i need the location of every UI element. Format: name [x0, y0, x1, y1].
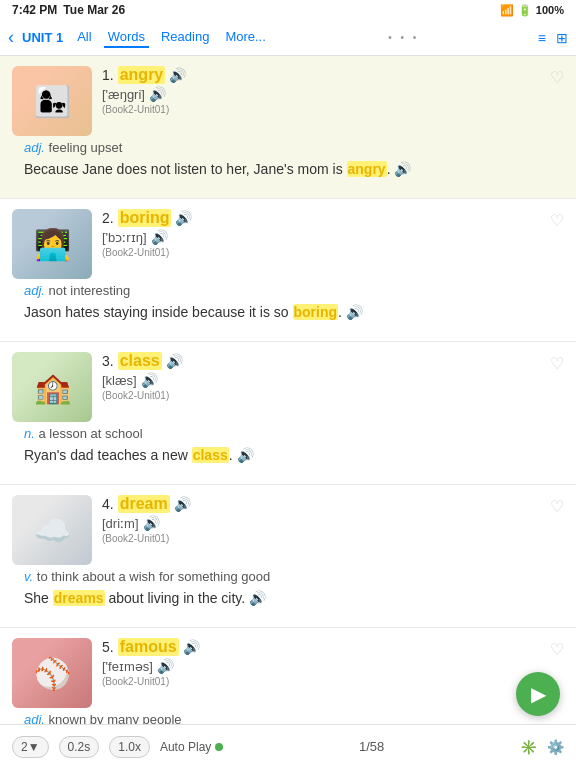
page-info: 1/58 [233, 739, 510, 754]
pos-boring: adj. [24, 283, 45, 298]
battery-pct: 100% [536, 4, 564, 16]
word-card-dream: ♡ ☁️ 4. dream 🔊 [driːm] 🔊 (Book2-Unit01)… [0, 485, 576, 628]
image-icon[interactable]: ⊞ [556, 30, 568, 46]
word-info-angry: 1. angry 🔊 ['æŋgri] 🔊 (Book2-Unit01) [102, 66, 564, 136]
word-card-boring: ♡ 👩‍💻 2. boring 🔊 ['bɔːrɪŋ] 🔊 (Book2-Uni… [0, 199, 576, 342]
speaker-example-class[interactable]: 🔊 [237, 447, 254, 463]
example-dream: She dreams about living in the city. 🔊 [12, 586, 564, 617]
word-image-dream: ☁️ [12, 495, 92, 565]
play-fab-icon: ▶ [531, 682, 546, 706]
word-image-angry: 👩‍👧 [12, 66, 92, 136]
speaker-phonetic-boring[interactable]: 🔊 [151, 229, 168, 245]
def-text-boring: not interesting [49, 283, 131, 298]
unit-label[interactable]: UNIT 1 [22, 30, 63, 45]
word-image-boring: 👩‍💻 [12, 209, 92, 279]
word-info-boring: 2. boring 🔊 ['bɔːrɪŋ] 🔊 (Book2-Unit01) [102, 209, 564, 279]
book-tag-class: (Book2-Unit01) [102, 390, 564, 401]
bottom-icons: ✳️ ⚙️ [520, 739, 564, 755]
word-name-angry: angry [118, 66, 166, 84]
speaker-example-dream[interactable]: 🔊 [249, 590, 266, 606]
definition-class: n. a lesson at school [12, 422, 564, 443]
nav-icons: ≡ ⊞ [538, 30, 568, 46]
def-text-class: a lesson at school [38, 426, 142, 441]
settings-sun-icon[interactable]: ✳️ [520, 739, 537, 755]
book-tag-angry: (Book2-Unit01) [102, 104, 564, 115]
phonetic-angry: ['æŋgri] [102, 87, 145, 102]
autoplay-label: Auto Play [160, 740, 211, 754]
example-class: Ryan's dad teaches a new class. 🔊 [12, 443, 564, 474]
example-boring: Jason hates staying inside because it is… [12, 300, 564, 331]
back-button[interactable]: ‹ [8, 27, 14, 48]
speaker-angry[interactable]: 🔊 [169, 67, 186, 83]
book-tag-dream: (Book2-Unit01) [102, 533, 564, 544]
list-icon[interactable]: ≡ [538, 30, 546, 46]
speaker-example-boring[interactable]: 🔊 [346, 304, 363, 320]
word-name-dream: dream [118, 495, 170, 513]
speaker-phonetic-angry[interactable]: 🔊 [149, 86, 166, 102]
definition-angry: adj. feeling upset [12, 136, 564, 157]
tab-more[interactable]: More... [221, 27, 269, 48]
status-time: 7:42 PM [12, 3, 57, 17]
speaker-example-angry[interactable]: 🔊 [394, 161, 411, 177]
phonetic-class: [klæs] [102, 373, 137, 388]
phonetic-famous: ['feɪməs] [102, 659, 153, 674]
boring-image-placeholder: 👩‍💻 [34, 227, 71, 262]
word-name-boring: boring [118, 209, 172, 227]
favorite-icon-famous[interactable]: ♡ [550, 640, 564, 659]
speed-label-1: 2▼ [21, 740, 40, 754]
gear-icon[interactable]: ⚙️ [547, 739, 564, 755]
phonetic-dream: [driːm] [102, 516, 139, 531]
def-text-dream: to think about a wish for something good [37, 569, 270, 584]
speaker-boring[interactable]: 🔊 [175, 210, 192, 226]
tab-reading[interactable]: Reading [157, 27, 213, 48]
autoplay-status-dot [215, 743, 223, 751]
favorite-icon-angry[interactable]: ♡ [550, 68, 564, 87]
speaker-class[interactable]: 🔊 [166, 353, 183, 369]
speed-label-2: 0.2s [68, 740, 91, 754]
highlight-dreams: dreams [53, 590, 105, 606]
word-info-famous: 5. famous 🔊 ['feɪməs] 🔊 (Book2-Unit01) [102, 638, 564, 708]
word-name-class: class [118, 352, 162, 370]
example-angry: Because Jane does not listen to her, Jan… [12, 157, 564, 188]
definition-dream: v. to think about a wish for something g… [12, 565, 564, 586]
pos-angry: adj. [24, 140, 45, 155]
definition-boring: adj. not interesting [12, 279, 564, 300]
phonetic-boring: ['bɔːrɪŋ] [102, 230, 147, 245]
speed-btn-1[interactable]: 2▼ [12, 736, 49, 758]
speaker-phonetic-dream[interactable]: 🔊 [143, 515, 160, 531]
status-bar: 7:42 PM Tue Mar 26 📶 🔋 100% [0, 0, 576, 20]
tab-words[interactable]: Words [104, 27, 149, 48]
speaker-phonetic-class[interactable]: 🔊 [141, 372, 158, 388]
highlight-class: class [192, 447, 229, 463]
word-card-angry: ♡ 👩‍👧 1. angry 🔊 ['æŋgri] 🔊 (Book2-Unit0… [0, 56, 576, 199]
speed-label-3: 1.0x [118, 740, 141, 754]
word-list: ♡ 👩‍👧 1. angry 🔊 ['æŋgri] 🔊 (Book2-Unit0… [0, 56, 576, 768]
speaker-phonetic-famous[interactable]: 🔊 [157, 658, 174, 674]
favorite-icon-dream[interactable]: ♡ [550, 497, 564, 516]
famous-image-placeholder: ⚾ [34, 656, 71, 691]
nav-bar: ‹ UNIT 1 All Words Reading More... • • •… [0, 20, 576, 56]
book-tag-famous: (Book2-Unit01) [102, 676, 564, 687]
tab-all[interactable]: All [73, 27, 95, 48]
favorite-icon-boring[interactable]: ♡ [550, 211, 564, 230]
word-info-dream: 4. dream 🔊 [driːm] 🔊 (Book2-Unit01) [102, 495, 564, 565]
speaker-dream[interactable]: 🔊 [174, 496, 191, 512]
status-date: Tue Mar 26 [63, 3, 125, 17]
play-fab-button[interactable]: ▶ [516, 672, 560, 716]
speed-btn-3[interactable]: 1.0x [109, 736, 150, 758]
class-image-placeholder: 🏫 [34, 370, 71, 405]
pos-class: n. [24, 426, 35, 441]
pos-dream: v. [24, 569, 33, 584]
favorite-icon-class[interactable]: ♡ [550, 354, 564, 373]
speaker-famous[interactable]: 🔊 [183, 639, 200, 655]
highlight-boring: boring [293, 304, 339, 320]
word-number-1: 1. [102, 67, 114, 83]
word-number-3: 3. [102, 353, 114, 369]
battery-icon: 🔋 [518, 4, 532, 17]
word-number-2: 2. [102, 210, 114, 226]
word-number-4: 4. [102, 496, 114, 512]
bottom-bar: 2▼ 0.2s 1.0x Auto Play 1/58 ✳️ ⚙️ [0, 724, 576, 768]
autoplay-button[interactable]: Auto Play [160, 740, 223, 754]
nav-dots: • • • [276, 32, 532, 43]
speed-btn-2[interactable]: 0.2s [59, 736, 100, 758]
